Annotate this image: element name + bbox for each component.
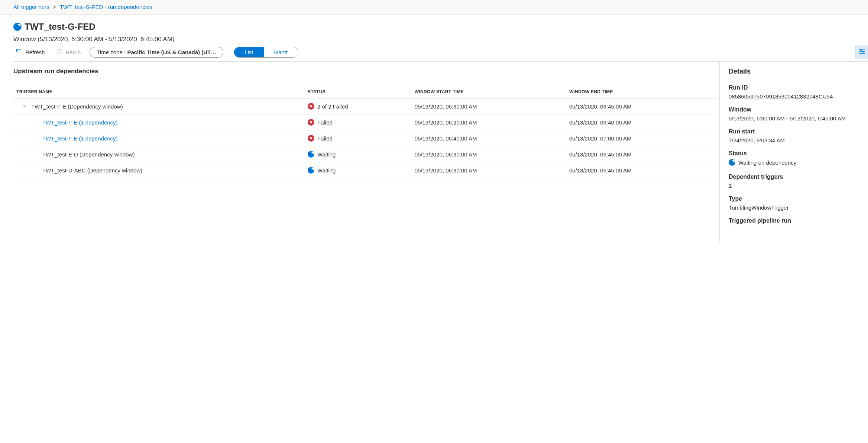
- value-triggered-pipeline: ---: [729, 226, 859, 233]
- table-row[interactable]: TWT_test-D-ABC (Dependency window)Waitin…: [13, 162, 719, 178]
- refresh-icon: [16, 48, 22, 56]
- label-dependent-triggers: Dependent triggers: [729, 174, 859, 180]
- window-start: 05/13/2020, 06:30:00 AM: [410, 162, 565, 178]
- clock-icon: [729, 159, 735, 166]
- breadcrumb-all-trigger-runs[interactable]: All trigger runs: [13, 4, 49, 10]
- breadcrumb-current[interactable]: TWT_test-G-FED - run dependencies: [60, 4, 152, 10]
- details-panel: Details Run ID 0858605975070918530041283…: [719, 62, 868, 242]
- window-range-text: Window (5/13/2020, 6:30:00 AM - 5/13/202…: [13, 36, 868, 43]
- label-run-start: Run start: [729, 128, 859, 135]
- svg-point-1: [860, 49, 861, 50]
- trigger-link[interactable]: TWT_test-F-E (1 dependency): [42, 119, 118, 126]
- window-end: 05/13/2020, 06:40:00 AM: [565, 114, 719, 130]
- timezone-selector[interactable]: Time zone : Pacific Time (US & Canada) (…: [90, 47, 223, 58]
- col-status[interactable]: STATUS: [303, 85, 410, 98]
- label-window: Window: [729, 106, 859, 113]
- status-text: Failed: [317, 135, 333, 142]
- table-row[interactable]: TWT_test-E-D (Dependency window)Waiting0…: [13, 146, 719, 162]
- view-list-button[interactable]: List: [234, 47, 263, 57]
- rerun-icon: [56, 48, 63, 56]
- timezone-prefix: Time zone :: [97, 49, 127, 55]
- col-window-end[interactable]: WINDOW END TIME: [565, 85, 719, 98]
- svg-point-5: [860, 53, 861, 54]
- page-title: TWT_test-G-FED: [25, 22, 95, 32]
- table-row[interactable]: TWT_test-F-E (1 dependency)✕Failed05/13/…: [13, 130, 719, 146]
- view-gantt-button[interactable]: Gantt: [264, 47, 298, 57]
- sliders-icon: [858, 48, 866, 56]
- status-text: Failed: [317, 119, 333, 126]
- rerun-label: Rerun: [66, 49, 81, 55]
- value-type: TumblingWindowTrigger: [729, 204, 859, 211]
- label-type: Type: [729, 195, 859, 202]
- toolbar: Refresh Rerun Time zone : Pacific Time (…: [13, 47, 868, 61]
- upstream-heading: Upstream run dependencies: [13, 68, 719, 75]
- error-icon: ✕: [308, 103, 314, 110]
- value-run-id: 08586059750709185300412832748CU54: [729, 93, 859, 100]
- status-text: 2 of 2 Failed: [317, 103, 348, 110]
- col-window-start[interactable]: WINDOW START TIME: [410, 85, 565, 98]
- value-dependent-triggers: 1: [729, 182, 859, 189]
- trigger-name: TWT_test-D-ABC (Dependency window): [42, 167, 142, 174]
- label-run-id: Run ID: [729, 84, 859, 91]
- window-end: 05/13/2020, 07:00:00 AM: [565, 130, 719, 146]
- breadcrumb-separator: >: [53, 4, 56, 10]
- settings-button[interactable]: [855, 45, 868, 59]
- refresh-label: Refresh: [25, 49, 45, 55]
- dependencies-table: TRIGGER NAME STATUS WINDOW START TIME WI…: [13, 85, 719, 178]
- chevron-down-icon[interactable]: [22, 103, 28, 109]
- window-start: 05/13/2020, 06:30:00 AM: [410, 146, 565, 162]
- breadcrumb: All trigger runs > TWT_test-G-FED - run …: [0, 0, 868, 15]
- col-trigger-name[interactable]: TRIGGER NAME: [13, 85, 303, 98]
- rerun-button[interactable]: Rerun: [54, 47, 83, 58]
- svg-point-3: [862, 51, 863, 52]
- table-row[interactable]: TWT_test-F-E (1 dependency)✕Failed05/13/…: [13, 114, 719, 130]
- window-start: 05/13/2020, 06:20:00 AM: [410, 114, 565, 130]
- clock-icon: [308, 167, 314, 174]
- clock-icon: [308, 151, 314, 158]
- trigger-link[interactable]: TWT_test-F-E (1 dependency): [42, 135, 118, 142]
- window-end: 05/13/2020, 06:45:00 AM: [565, 162, 719, 178]
- window-end: 05/13/2020, 06:45:00 AM: [565, 98, 719, 114]
- error-icon: ✕: [308, 135, 314, 142]
- status-text: Waiting: [317, 151, 336, 158]
- value-status: Waiting on dependency: [738, 159, 796, 166]
- refresh-button[interactable]: Refresh: [13, 47, 47, 58]
- label-triggered-pipeline: Triggered pipeline run: [729, 217, 859, 224]
- value-run-start: 7/24/2020, 9:03:34 AM: [729, 137, 859, 143]
- status-text: Waiting: [317, 167, 336, 174]
- view-toggle: List Gantt: [234, 47, 298, 58]
- details-heading: Details: [729, 68, 859, 75]
- window-start: 05/13/2020, 06:30:00 AM: [410, 98, 565, 114]
- table-row[interactable]: TWT_test-F-E (Dependency window)✕2 of 2 …: [13, 98, 719, 114]
- timezone-value: Pacific Time (US & Canada) (UT…: [127, 49, 216, 55]
- window-start: 05/13/2020, 06:40:00 AM: [410, 130, 565, 146]
- trigger-name: TWT_test-F-E (Dependency window): [30, 103, 123, 110]
- label-status: Status: [729, 150, 859, 157]
- value-window: 5/13/2020, 6:30:00 AM - 5/13/2020, 6:45:…: [729, 115, 859, 122]
- window-end: 05/13/2020, 06:45:00 AM: [565, 146, 719, 162]
- error-icon: ✕: [308, 119, 314, 126]
- trigger-name: TWT_test-E-D (Dependency window): [42, 151, 135, 158]
- clock-icon: [13, 23, 22, 31]
